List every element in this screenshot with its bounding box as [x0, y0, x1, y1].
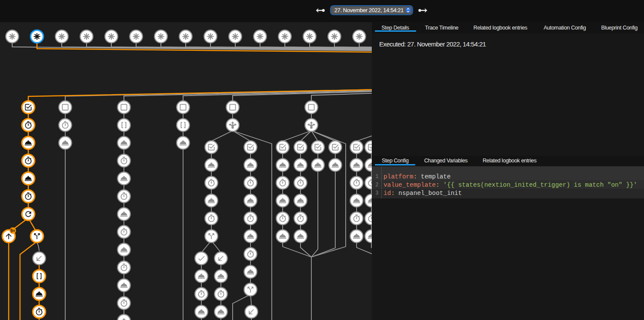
svg-text:9+: 9+: [10, 228, 16, 233]
